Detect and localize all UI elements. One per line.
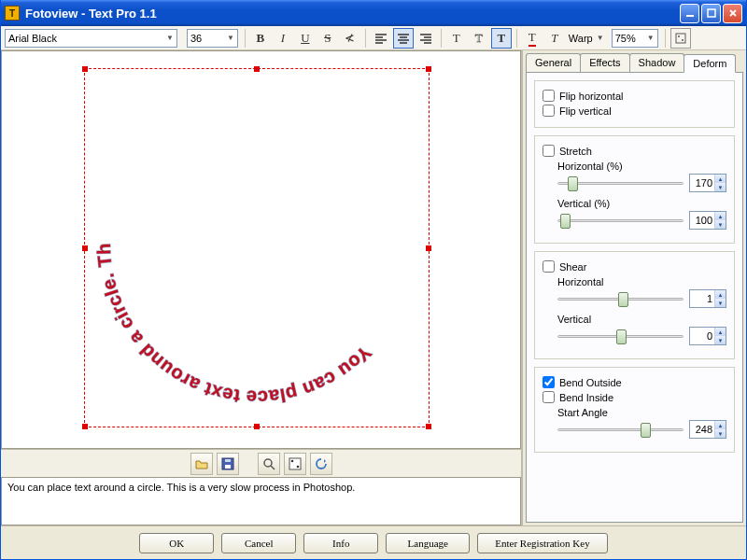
stretch-h-label: Horizontal (%)	[557, 161, 726, 172]
spin-up-icon[interactable]: ▲	[715, 328, 726, 336]
warp-button[interactable]: T	[544, 28, 565, 49]
bend-group: Bend Outside Bend Inside Start Angle ▲▼	[534, 367, 735, 453]
save-button[interactable]	[217, 453, 239, 475]
spin-down-icon[interactable]: ▼	[715, 336, 726, 344]
selection-handle[interactable]	[426, 424, 431, 429]
selection-handle[interactable]	[82, 66, 88, 72]
flip-vertical-label: Flip vertical	[559, 105, 612, 117]
tab-general[interactable]: General	[526, 53, 581, 72]
tab-body-deform: Flip horizontal Flip vertical Stretch Ho…	[526, 72, 743, 523]
selection-handle[interactable]	[82, 424, 88, 429]
app-icon: T	[5, 6, 20, 21]
svg-point-4	[682, 39, 684, 41]
font-select[interactable]	[5, 29, 177, 48]
text-input[interactable]: You can place text around a circle. This…	[1, 477, 521, 525]
dropdown-icon[interactable]: ▼	[166, 34, 174, 42]
ok-button[interactable]: OK	[139, 533, 214, 553]
tab-shadow[interactable]: Shadow	[629, 53, 685, 72]
spin-down-icon[interactable]: ▼	[715, 183, 726, 191]
separator	[441, 29, 442, 48]
stretch-h-slider[interactable]	[557, 174, 684, 192]
bend-inside-checkbox[interactable]: Bend Inside	[543, 391, 726, 403]
selection-handle[interactable]	[426, 245, 431, 251]
dropdown-icon[interactable]: ▼	[597, 34, 604, 42]
align-left-button[interactable]	[371, 28, 391, 49]
shear-checkbox[interactable]: Shear	[543, 260, 726, 273]
italic-button[interactable]: I	[273, 28, 293, 49]
fill-text-button[interactable]: T	[446, 28, 467, 49]
shear-h-value[interactable]: ▲▼	[689, 289, 726, 308]
tab-effects[interactable]: Effects	[580, 53, 629, 72]
window-title: Fotoview - Text Pro 1.1	[25, 7, 680, 21]
tab-deform[interactable]: Deform	[684, 54, 736, 73]
selection-handle[interactable]	[426, 66, 431, 72]
selection-handle[interactable]	[82, 245, 88, 251]
spin-down-icon[interactable]: ▼	[715, 220, 726, 229]
spin-up-icon[interactable]: ▲	[715, 212, 726, 220]
strike-button[interactable]: S	[317, 28, 338, 49]
bold-button[interactable]: B	[250, 28, 271, 49]
stretch-label: Stretch	[559, 146, 592, 157]
stretch-v-value[interactable]: ▲▼	[689, 211, 726, 230]
bend-outside-checkbox[interactable]: Bend Outside	[543, 376, 726, 388]
language-button[interactable]: Language	[386, 533, 470, 553]
start-angle-value[interactable]: ▲▼	[689, 420, 726, 439]
spin-down-icon[interactable]: ▼	[715, 299, 726, 307]
minimize-button[interactable]	[680, 4, 699, 23]
svg-point-3	[678, 35, 680, 37]
canvas-toolbar	[1, 449, 521, 477]
shear-group: Shear Horizontal ▲▼ Vertical	[534, 251, 735, 359]
circle-text: You can place text around a circle. This…	[93, 81, 420, 408]
outline-text-button[interactable]: T	[469, 28, 489, 49]
svg-text:You can place text around a ci: You can place text around a circle. This…	[93, 81, 375, 408]
flip-vertical-checkbox[interactable]: Flip vertical	[543, 105, 726, 117]
flip-horizontal-checkbox[interactable]: Flip horizontal	[543, 90, 726, 102]
folder-open-icon	[194, 457, 209, 470]
register-button[interactable]: Enter Registration Key	[477, 533, 607, 553]
svg-rect-2	[676, 34, 685, 43]
svg-point-12	[296, 465, 299, 468]
separator	[245, 29, 246, 48]
svg-rect-1	[708, 9, 715, 17]
cancel-button[interactable]: Cancel	[221, 533, 296, 553]
warp-label: Warp	[569, 33, 593, 44]
canvas[interactable]: You can place text around a circle. This…	[1, 50, 521, 449]
spin-down-icon[interactable]: ▼	[715, 429, 726, 438]
text-color-button[interactable]: T	[522, 28, 543, 49]
underline-button[interactable]: U	[295, 28, 316, 49]
fit-button[interactable]	[284, 453, 306, 475]
open-button[interactable]	[190, 453, 213, 475]
selection-handle[interactable]	[254, 424, 260, 429]
refresh-button[interactable]	[310, 453, 332, 475]
align-center-button[interactable]	[393, 28, 414, 49]
svg-rect-7	[225, 465, 231, 469]
info-button[interactable]: Info	[303, 533, 378, 553]
shear-h-slider[interactable]	[557, 289, 684, 308]
start-angle-slider[interactable]	[557, 420, 684, 439]
zoom-button[interactable]	[258, 453, 280, 475]
magnifier-icon	[262, 457, 275, 470]
spin-up-icon[interactable]: ▲	[715, 175, 726, 183]
selection-handle[interactable]	[254, 66, 260, 72]
spacing-button[interactable]: ≮	[340, 28, 360, 49]
start-angle-label: Start Angle	[557, 407, 726, 418]
spin-up-icon[interactable]: ▲	[715, 290, 726, 299]
filled-outline-button[interactable]: T	[491, 28, 512, 49]
stretch-v-slider[interactable]	[557, 211, 684, 230]
separator	[665, 29, 666, 48]
close-button[interactable]	[723, 4, 742, 23]
shear-v-value[interactable]: ▲▼	[689, 327, 726, 345]
options-button[interactable]	[670, 28, 691, 49]
spin-up-icon[interactable]: ▲	[715, 421, 726, 429]
stretch-h-value[interactable]: ▲▼	[689, 174, 726, 192]
dropdown-icon[interactable]: ▼	[647, 34, 655, 42]
separator	[516, 29, 517, 48]
flip-group: Flip horizontal Flip vertical	[534, 80, 735, 128]
shear-h-label: Horizontal	[557, 276, 726, 287]
dropdown-icon[interactable]: ▼	[227, 34, 234, 42]
shear-v-slider[interactable]	[557, 327, 684, 345]
maximize-button[interactable]	[701, 4, 721, 23]
properties-panel: General Effects Shadow Deform Flip horiz…	[522, 50, 746, 525]
align-right-button[interactable]	[416, 28, 436, 49]
stretch-checkbox[interactable]: Stretch	[543, 145, 726, 157]
